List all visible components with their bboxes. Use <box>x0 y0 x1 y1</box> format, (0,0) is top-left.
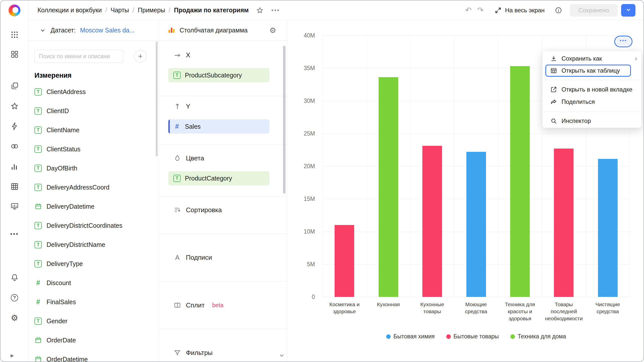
gridline <box>498 35 498 297</box>
bar-2 <box>379 77 398 297</box>
scroll-down-chevron-icon[interactable] <box>278 352 285 360</box>
help-icon[interactable]: ? <box>1 292 28 303</box>
calendar-icon <box>34 337 42 344</box>
dataset-field[interactable]: TClientName <box>28 120 159 140</box>
expand-icon[interactable]: ▶ <box>11 353 14 358</box>
section-divider <box>159 196 287 197</box>
menu-item-inspector[interactable]: Инспектор <box>542 115 641 127</box>
dataset-field[interactable]: OrderDate <box>28 331 159 350</box>
dataset-panel: Датасет: Moscow Sales da... + Измерения … <box>28 20 159 361</box>
dataset-field[interactable]: #FinalSales <box>28 292 159 311</box>
legend: Бытовая химияБытовые товарыТехника для д… <box>323 333 630 340</box>
field-name: Discount <box>47 279 71 287</box>
dataset-field[interactable]: TDeliveryDistrictCoordinates <box>28 216 159 235</box>
dataset-field[interactable]: TDayOfBirth <box>28 159 159 178</box>
info-icon[interactable] <box>555 7 562 14</box>
field-search-input[interactable] <box>34 50 123 63</box>
saved-button[interactable]: Сохранено <box>570 4 618 17</box>
legend-item[interactable]: Техника для дома <box>510 333 566 340</box>
section-filters: Фильтры <box>159 346 287 360</box>
field-name: DeliveryDistrictCoordinates <box>47 222 122 229</box>
dataset-field[interactable]: TGender <box>28 311 159 331</box>
dataset-panel-header: Датасет: Moscow Sales da... <box>28 20 159 41</box>
dataset-field[interactable]: OrderDatetime <box>28 350 159 361</box>
dataset-field[interactable]: TDeliveryAddressCoord <box>28 178 159 197</box>
field-name: Gender <box>47 318 67 325</box>
redo-icon[interactable]: ↷ <box>477 6 484 14</box>
dataset-field[interactable]: TClientStatus <box>28 140 159 159</box>
dataset-field[interactable]: TDeliveryDistrictName <box>28 235 159 254</box>
dataset-field[interactable]: #Discount <box>28 273 159 292</box>
number-type-icon: # <box>34 298 42 306</box>
chip-productcategory[interactable]: T ProductCategory <box>168 171 269 185</box>
field-name: ClientName <box>47 126 79 134</box>
section-divider <box>159 281 287 282</box>
settings-gear-icon[interactable]: ⚙ <box>1 312 28 323</box>
text-type-icon: T <box>173 72 181 79</box>
menu-item-open-as-table[interactable]: Открыть как таблицу <box>545 65 631 77</box>
dataset-field[interactable]: TDeliveryType <box>28 254 159 273</box>
breadcrumb-item[interactable]: Примеры <box>138 7 165 14</box>
favorites-star-icon[interactable] <box>1 101 28 112</box>
dataset-name-link[interactable]: Moscow Sales da... <box>80 27 135 34</box>
fullscreen-button[interactable]: На весь экран <box>494 7 545 14</box>
field-name: DayOfBirth <box>47 165 77 172</box>
dataset-field-list: TClientAddressTClientIDTClientNameTClien… <box>28 82 159 361</box>
chip-productsubcategory[interactable]: T ProductSubcategory <box>168 68 269 82</box>
apps-grid-icon[interactable] <box>1 29 28 40</box>
undo-icon[interactable]: ↶ <box>465 6 472 14</box>
x-axis-category-label: Чистящие средства <box>589 301 627 315</box>
save-dropdown-button[interactable] <box>621 4 635 17</box>
more-dots-icon[interactable]: ••• <box>1 229 28 240</box>
breadcrumb-separator: / <box>105 7 107 14</box>
legend-item[interactable]: Бытовые товары <box>446 333 499 340</box>
section-split: Сплит beta <box>159 298 287 312</box>
menu-item-share[interactable]: Поделиться <box>542 96 641 108</box>
magnifier-icon <box>550 117 557 124</box>
chip-sales[interactable]: # Sales <box>168 119 269 133</box>
bar-6 <box>554 149 574 297</box>
text-type-icon: T <box>34 260 42 267</box>
charts-icon[interactable] <box>1 161 28 172</box>
menu-divider <box>542 112 641 112</box>
column-chart-type-icon[interactable] <box>168 26 176 35</box>
gridline <box>323 133 630 134</box>
breadcrumb-item[interactable]: Коллекции и воркбуки <box>37 7 102 14</box>
quick-actions-lightning-icon[interactable] <box>1 121 28 132</box>
connections-icon[interactable] <box>1 141 28 152</box>
dashboards-monitor-icon[interactable] <box>1 201 28 212</box>
menu-item-save-as[interactable]: Сохранить как › <box>542 53 641 65</box>
dataset-field[interactable]: DeliveryDatetime <box>28 197 159 216</box>
section-y: ↑ Y <box>159 99 287 113</box>
add-field-button[interactable]: + <box>134 50 147 63</box>
breadcrumb-item[interactable]: Чарты <box>110 7 129 14</box>
collapse-chevron-icon[interactable] <box>39 27 46 34</box>
datasets-grid-icon[interactable] <box>1 181 28 192</box>
chart-more-button[interactable]: ••• <box>616 37 630 46</box>
dataset-field[interactable]: TClientAddress <box>28 82 159 101</box>
breadcrumb: Коллекции и воркбуки/Чарты/Примеры/Прода… <box>37 7 249 14</box>
config-scrollbar[interactable] <box>283 46 286 194</box>
menu-divider <box>542 80 641 80</box>
breadcrumb-more-icon[interactable]: ••• <box>271 7 280 14</box>
legend-item[interactable]: Бытовая химия <box>386 333 435 340</box>
calendar-icon <box>34 203 42 210</box>
x-axis-category-label: Кухонные товары <box>413 301 451 315</box>
x-axis-category-label: Кухонная <box>370 301 407 308</box>
notifications-bell-icon[interactable] <box>1 272 28 283</box>
favorite-star-icon[interactable] <box>256 7 264 14</box>
dataset-field[interactable]: TClientID <box>28 101 159 120</box>
chart-settings-gear-icon[interactable]: ⚙ <box>269 27 276 34</box>
collections-icon[interactable] <box>1 49 28 60</box>
y-axis-tick-label: 35M <box>287 65 315 72</box>
section-colors: Цвета <box>159 151 287 165</box>
table-icon <box>550 67 557 74</box>
y-axis-tick-label: 5M <box>287 261 315 268</box>
datalens-logo[interactable] <box>9 5 20 16</box>
workbooks-icon[interactable] <box>1 80 28 92</box>
menu-item-open-new-tab[interactable]: Открыть в новой вкладке <box>542 83 641 96</box>
breadcrumb-item[interactable]: Продажи по категориям <box>174 7 249 14</box>
dataset-scrollbar[interactable] <box>156 41 158 156</box>
chart-type-label[interactable]: Столбчатая диаграмма <box>180 27 265 34</box>
color-drop-icon <box>173 155 181 162</box>
